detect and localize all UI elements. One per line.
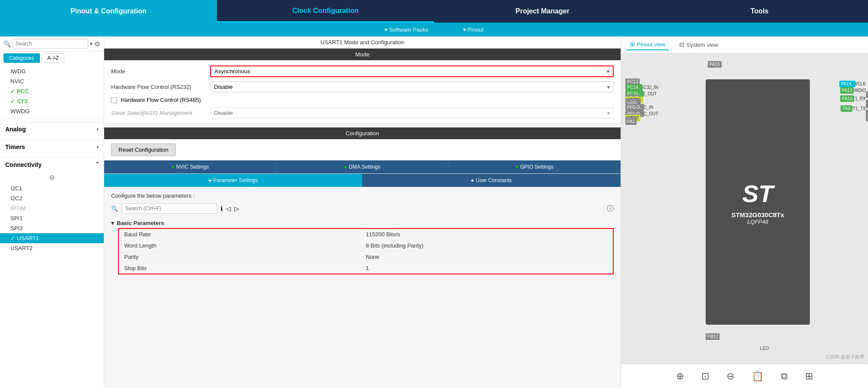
layers-icon[interactable]: ⧉	[781, 371, 788, 382]
info-circle-icon: ℹ	[220, 205, 223, 212]
sidebar-item-nvic[interactable]: NVIC	[0, 76, 104, 86]
pin-pa10[interactable]: PA10	[840, 95, 854, 102]
config-tab-nvic[interactable]: ● NVIC Settings	[104, 160, 276, 173]
param-parity-value: None	[366, 254, 608, 260]
nav-prev-icon[interactable]: ◁	[226, 205, 231, 212]
sidebar-section-analog-label: Analog	[5, 126, 26, 133]
sidebar-item-sys[interactable]: SYS	[0, 96, 104, 106]
sidebar-section-timers[interactable]: Timers ›	[0, 140, 104, 154]
config-section-header: Configuration	[104, 127, 621, 139]
nav-tab-project[interactable]: Project Manager	[434, 0, 651, 23]
nav-tab-tools-label: Tools	[750, 7, 768, 15]
secondary-nav-pinout[interactable]: Pinout	[463, 26, 484, 33]
nav-tab-tools[interactable]: Tools	[651, 0, 868, 23]
right-tab-pinout[interactable]: ⊞ Pinout view	[626, 39, 669, 50]
hw-rs232-select[interactable]: Disable ▾	[210, 82, 614, 92]
right-tab-pinout-label: Pinout view	[637, 41, 665, 48]
reset-config-button[interactable]: Reset Configuration	[111, 143, 176, 156]
chevron-right-icon-2: ›	[97, 144, 99, 150]
sidebar-tab-categories[interactable]: Categories	[3, 53, 40, 63]
chip-package: LQFP48	[747, 218, 768, 225]
slave-dropdown-arrow: ▾	[607, 110, 610, 116]
sidebar-section-timers-label: Timers	[5, 143, 25, 150]
dma-check-icon: ●	[344, 164, 347, 170]
dropdown-arrow-icon[interactable]: ▾	[90, 41, 92, 47]
pin-pa9[interactable]: PA9	[841, 105, 852, 112]
pin-pa14[interactable]: PA14..	[839, 81, 855, 87]
config-tab-dma[interactable]: ● DMA Settings	[276, 160, 449, 173]
gear-icon[interactable]: ⚙	[94, 40, 100, 48]
hw-rs485-label: Hardware Flow Control (RS485)	[121, 97, 201, 103]
nav-tab-pinout-label: Pinout & Configuration	[70, 7, 146, 15]
sidebar-item-i2c1[interactable]: I2C1	[0, 183, 104, 193]
zoom-out-icon[interactable]: ⊖	[727, 371, 734, 382]
params-table: Baud Rate 115200 Bits/s Word Length 8 Bi…	[118, 228, 614, 274]
sidebar-item-usart1[interactable]: USART1	[0, 233, 104, 243]
params-search-row: 🔍 ℹ ◁ ▷ ⓘ	[108, 201, 617, 216]
sidebar-item-rcc[interactable]: RCC	[0, 86, 104, 96]
sidebar-item-wwdg[interactable]: WWDG	[0, 106, 104, 116]
collapse-icon[interactable]: ⊖	[0, 172, 104, 183]
sidebar-tab-az[interactable]: A->Z	[42, 53, 64, 63]
nav-tab-clock-label: Clock Configuration	[293, 7, 359, 15]
gpio-check-icon: ●	[515, 164, 518, 170]
fit-screen-icon[interactable]: ⊡	[701, 371, 709, 382]
nav-next-icon[interactable]: ▷	[234, 205, 239, 212]
sidebar-tabs: Categories A->Z	[0, 52, 104, 65]
sidebar-item-spi1[interactable]: SPI1	[0, 213, 104, 223]
chip-diagram: PB9 PB8 PB7 PB6 PB5 PB4 PB3 PD3 PD2 PD1 …	[621, 53, 868, 364]
param-row-baud-rate: Baud Rate 115200 Bits/s	[119, 229, 613, 240]
search-input[interactable]	[13, 39, 88, 49]
nvic-check-icon: ●	[171, 164, 174, 170]
right-panel: ⊞ Pinout view ⊟ System view PB9 PB8 PB7 …	[621, 36, 868, 388]
grid-view-icon[interactable]: ⊞	[805, 371, 813, 382]
config-tab-user-constants[interactable]: ● User Constants	[362, 174, 621, 187]
params-check-icon: ●	[208, 177, 211, 183]
pin-pa12[interactable]: PA12..	[866, 91, 868, 98]
sidebar-item-irtim[interactable]: IRTIM	[0, 203, 104, 213]
sidebar-item-iwdg[interactable]: IWDG	[0, 66, 104, 76]
mode-row-hw-rs232: Hardware Flow Control (RS232) Disable ▾	[111, 82, 614, 92]
secondary-nav-software-packs[interactable]: Software Packs	[385, 26, 428, 33]
param-row-stop-bits: Stop Bits 1	[119, 263, 613, 274]
right-tab-system[interactable]: ⊟ System view	[676, 39, 721, 50]
sidebar-search-area: 🔍 ▾ ⚙	[0, 36, 104, 52]
param-row-parity: Parity None	[119, 251, 613, 263]
led-label: LED	[760, 346, 769, 351]
mode-select[interactable]: Asynchronous ▾	[210, 65, 614, 77]
nav-tab-pinout[interactable]: Pinout & Configuration	[0, 0, 217, 23]
sidebar-section-connectivity-label: Connectivity	[5, 161, 42, 168]
pin-pa1[interactable]: PA1	[625, 118, 637, 125]
config-tab-params[interactable]: ● Parameter Settings	[104, 174, 362, 187]
left-pins: PC13 RCC_OSC32_IN PC14.. C_OSC32_OUT PC1…	[625, 82, 658, 121]
right-pin-pa10: PA10 USART1_RX	[840, 96, 866, 101]
sidebar-item-i2c2[interactable]: I2C2	[0, 193, 104, 203]
hw-rs485-checkbox[interactable]	[111, 97, 117, 103]
nav-tab-clock[interactable]: Clock Configuration	[217, 0, 434, 23]
sidebar-section-analog[interactable]: Analog ›	[0, 122, 104, 136]
pin-pf0[interactable]: PF0-O..	[625, 104, 644, 111]
sidebar-item-spi2[interactable]: SPI2	[0, 223, 104, 233]
basic-params-header[interactable]: ▾ Basic Parameters	[111, 218, 614, 228]
params-search-input[interactable]	[122, 203, 217, 214]
pin-pc14[interactable]: PC14..	[625, 84, 642, 91]
config-tabs-row1: ● NVIC Settings ● DMA Settings ● GPIO Se…	[104, 160, 621, 174]
chip-name: STM32G030C8Tx	[731, 211, 784, 218]
param-row-word-length: Word Length 8 Bits (including Parity)	[119, 240, 613, 251]
config-tab-gpio[interactable]: ● GPIO Settings	[448, 160, 621, 173]
pin-pb13[interactable]: PB13	[866, 115, 868, 121]
book-icon[interactable]: 📋	[752, 371, 763, 382]
sidebar-item-usart2[interactable]: USART2	[0, 243, 104, 253]
pin-pa15[interactable]: PA15	[708, 61, 722, 68]
search-icon: 🔍	[3, 40, 11, 47]
pin-pa13[interactable]: PA13	[840, 87, 854, 94]
chip-logo: ST	[742, 179, 773, 208]
right-pin-pa14: PA14.. SYS_SWCLK	[839, 82, 866, 86]
sidebar-section-connectivity[interactable]: Connectivity ˅	[0, 157, 104, 172]
pin-pb12[interactable]: PB12	[706, 333, 720, 340]
chip-body: ST STM32G030C8Tx LQFP48	[706, 79, 810, 325]
zoom-in-icon[interactable]: ⊕	[676, 371, 684, 382]
right-pin-pa9: PA9 USART1_TX	[841, 106, 866, 111]
pin-pc6[interactable]: PC6	[866, 101, 868, 108]
config-tab-user-constants-label: User Constants	[476, 177, 512, 183]
